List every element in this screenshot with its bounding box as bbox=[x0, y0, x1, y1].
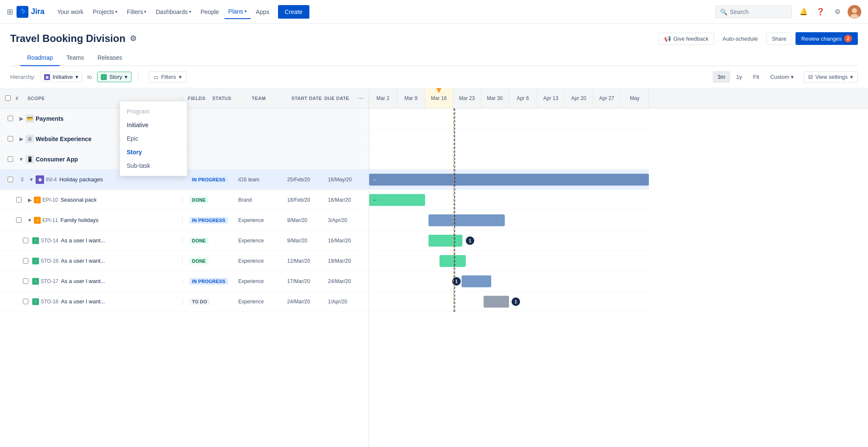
sto17-type-icon: ↑ bbox=[32, 278, 39, 285]
consumer-checkbox[interactable] bbox=[8, 156, 13, 162]
nav-filters[interactable]: Filters ▾ bbox=[122, 5, 150, 19]
gantt-bar-ini4[interactable]: ← bbox=[369, 174, 649, 186]
topnav-icons: 🔔 ❓ ⚙ bbox=[797, 5, 861, 19]
tf-1y-button[interactable]: 1y bbox=[732, 71, 747, 83]
sto18-checkbox[interactable] bbox=[23, 299, 28, 304]
gantt-bar-sto17[interactable] bbox=[462, 275, 491, 287]
nav-apps[interactable]: Apps bbox=[252, 5, 274, 19]
nav-dashboards[interactable]: Dashboards ▾ bbox=[151, 5, 195, 19]
feedback-button[interactable]: 📢 Give feedback bbox=[659, 33, 714, 45]
gantt-row-epi10[interactable]: ← bbox=[369, 190, 649, 210]
gantt-panel: Mar 2 Mar 9 Mar 16 Mar 23 Mar 30 Apr 6 A… bbox=[369, 88, 868, 447]
gantt-row-sto14[interactable]: 1 bbox=[369, 230, 649, 251]
ini4-checkbox[interactable] bbox=[8, 177, 13, 182]
hierarchy-to-text: to bbox=[87, 74, 92, 80]
sto17-checkbox[interactable] bbox=[23, 278, 28, 284]
sto14-start: 9/Mar/20 bbox=[284, 238, 325, 244]
hierarchy-to-select[interactable]: ↑ Story ▾ bbox=[97, 72, 131, 82]
sto14-team: Experience bbox=[235, 238, 284, 244]
tab-roadmap[interactable]: Roadmap bbox=[20, 50, 60, 66]
epi11-start: 9/Mar/20 bbox=[284, 217, 325, 223]
dropdown-program: Program bbox=[120, 105, 187, 118]
review-button[interactable]: Review changes 2 bbox=[796, 32, 858, 45]
sto18-team: Experience bbox=[235, 299, 284, 305]
gantt-bar-epi11[interactable] bbox=[428, 214, 505, 226]
gantt-row-sto16[interactable] bbox=[369, 251, 649, 271]
search-text: Search bbox=[730, 8, 748, 15]
sto17-status: IN PROGRESS bbox=[189, 278, 228, 285]
hierarchy-from-select[interactable]: ▣ Initiative ▾ bbox=[40, 72, 82, 82]
share-button[interactable]: Share bbox=[766, 33, 792, 45]
ini4-start: 25/Feb/20 bbox=[284, 177, 325, 183]
consumer-app-label: Consumer App bbox=[36, 156, 78, 163]
sto14-name: As a user I want... bbox=[61, 237, 105, 244]
settings-icon[interactable]: ⚙ bbox=[831, 5, 844, 19]
toolbar: Hierarchy: ▣ Initiative ▾ to ↑ Story ▾ ⚏… bbox=[0, 66, 868, 88]
autoschedule-button[interactable]: Auto-schedule bbox=[718, 33, 763, 44]
tab-teams[interactable]: Teams bbox=[60, 50, 91, 66]
fields-more-menu[interactable]: ··· bbox=[357, 94, 364, 103]
gantt-row-ini4[interactable]: ← bbox=[369, 169, 649, 190]
gantt-bar-sto16[interactable] bbox=[440, 255, 466, 267]
gantt-row-sto18[interactable]: 1 bbox=[369, 292, 649, 312]
epi11-due: 3/Apr/20 bbox=[325, 217, 365, 223]
gantt-row-epi11[interactable] bbox=[369, 210, 649, 230]
tf-3m-button[interactable]: 3m bbox=[713, 71, 730, 83]
arrow-icon-epi10: ← bbox=[373, 197, 378, 203]
sto18-badge: 1 bbox=[512, 297, 520, 306]
chevron-down-icon-3: ▾ bbox=[179, 74, 182, 80]
gantt-bar-epi10[interactable]: ← bbox=[369, 194, 425, 206]
gantt-col-mar23: Mar 23 bbox=[453, 88, 481, 108]
select-all-checkbox[interactable] bbox=[5, 95, 11, 101]
sto17-badge-left: 1 bbox=[452, 277, 461, 286]
story-icon: ↑ bbox=[101, 74, 107, 80]
website-expand[interactable]: ▶ bbox=[17, 136, 25, 142]
search-box[interactable]: 🔍 Search bbox=[715, 6, 792, 18]
tf-custom-button[interactable]: Custom ▾ bbox=[765, 71, 798, 83]
sto18-type-icon: ↑ bbox=[32, 298, 39, 305]
create-button[interactable]: Create bbox=[278, 5, 309, 19]
gantt-bar-sto14[interactable] bbox=[428, 235, 462, 247]
gantt-row-website bbox=[369, 129, 649, 149]
grid-icon[interactable]: ⊞ bbox=[7, 7, 13, 17]
gantt-row-consumer bbox=[369, 149, 649, 169]
tab-releases[interactable]: Releases bbox=[91, 50, 129, 66]
settings-gear-icon[interactable]: ⚙ bbox=[130, 34, 136, 43]
logo-text: Jira bbox=[31, 7, 45, 16]
epi11-checkbox[interactable] bbox=[16, 217, 22, 223]
hierarchy-from-label: Initiative bbox=[53, 74, 73, 80]
dropdown-subtask[interactable]: Sub-task bbox=[120, 159, 187, 172]
ini4-id: INI-4 bbox=[46, 177, 57, 183]
epi10-type-icon: ⚡ bbox=[34, 197, 41, 203]
epi11-expand[interactable]: ▼ bbox=[25, 217, 34, 223]
nav-projects[interactable]: Projects ▾ bbox=[89, 5, 122, 19]
epi10-expand[interactable]: ▶ bbox=[25, 197, 34, 203]
payments-expand[interactable]: ▶ bbox=[17, 116, 25, 122]
sto14-badge: 1 bbox=[466, 236, 474, 245]
gantt-row-sto17[interactable]: 1 bbox=[369, 271, 649, 292]
epi11-type-icon: ⚡ bbox=[34, 217, 41, 224]
payments-checkbox[interactable] bbox=[8, 116, 13, 121]
filters-button[interactable]: ⚏ Filters ▾ bbox=[149, 71, 186, 83]
epi10-id: EPI-10 bbox=[42, 197, 58, 203]
sto16-checkbox[interactable] bbox=[23, 258, 28, 264]
sto14-checkbox[interactable] bbox=[23, 238, 28, 243]
nav-your-work[interactable]: Your work bbox=[53, 5, 88, 19]
user-avatar[interactable] bbox=[848, 5, 861, 19]
dropdown-initiative[interactable]: Initiative bbox=[120, 118, 187, 132]
view-settings-button[interactable]: ⊟ View settings ▾ bbox=[804, 71, 858, 83]
help-icon[interactable]: ❓ bbox=[814, 5, 827, 19]
ini4-num: 3 bbox=[17, 176, 27, 183]
epi10-checkbox[interactable] bbox=[16, 197, 22, 203]
dropdown-story[interactable]: Story bbox=[120, 145, 187, 159]
consumer-expand[interactable]: ▼ bbox=[17, 156, 25, 162]
tf-fit-button[interactable]: Fit bbox=[748, 71, 764, 83]
notifications-icon[interactable]: 🔔 bbox=[797, 5, 810, 19]
ini4-expand[interactable]: ▼ bbox=[27, 177, 36, 183]
jira-logo[interactable]: Jira bbox=[17, 6, 45, 18]
dropdown-epic[interactable]: Epic bbox=[120, 132, 187, 145]
nav-people[interactable]: People bbox=[196, 5, 223, 19]
website-checkbox[interactable] bbox=[8, 136, 13, 142]
gantt-bar-sto18[interactable] bbox=[484, 296, 509, 308]
nav-plans[interactable]: Plans ▾ bbox=[224, 5, 251, 19]
